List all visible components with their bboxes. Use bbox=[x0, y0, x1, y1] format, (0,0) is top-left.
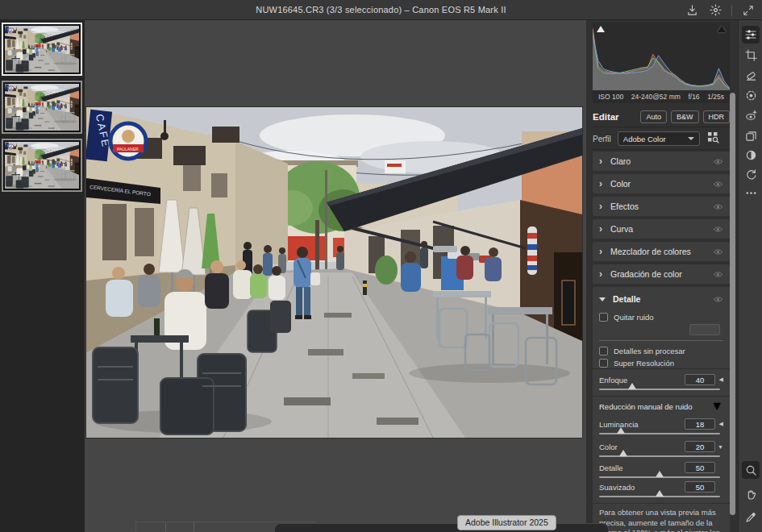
section-label: Efectos bbox=[610, 202, 639, 211]
profile-row: Perfil Adobe Color bbox=[593, 128, 730, 150]
titlebar: NUW16645.CR3 (3/3 seleccionado) – Canon … bbox=[0, 0, 762, 20]
section-gradacion[interactable]: › Gradación de color bbox=[593, 264, 730, 284]
super-resolucion-checkbox[interactable] bbox=[599, 359, 608, 368]
shadow-clipping-icon[interactable] bbox=[597, 26, 605, 32]
detalle-nr-value-field[interactable]: 50 bbox=[685, 462, 715, 473]
panel-scrollbar[interactable] bbox=[730, 93, 735, 515]
eye-icon[interactable] bbox=[713, 267, 723, 281]
auto-button[interactable]: Auto bbox=[640, 110, 667, 123]
zoom-tool-icon[interactable] bbox=[742, 461, 760, 479]
hdr-button[interactable]: HDR bbox=[703, 110, 731, 123]
versions-tool-icon[interactable] bbox=[742, 165, 760, 183]
crop-tool-icon[interactable] bbox=[742, 46, 760, 64]
detalle-nr-slider[interactable] bbox=[599, 476, 720, 478]
eye-icon[interactable] bbox=[713, 177, 723, 191]
quitar-ruido-checkbox[interactable] bbox=[599, 313, 608, 322]
eye-icon[interactable] bbox=[713, 154, 723, 168]
chevron-down-icon bbox=[599, 297, 606, 301]
detalles-sin-procesar-row[interactable]: Detalles sin procesar bbox=[593, 345, 730, 356]
suavizado-slider[interactable] bbox=[599, 496, 720, 497]
chevron-right-icon: › bbox=[599, 202, 602, 211]
photo-preview[interactable] bbox=[86, 107, 582, 438]
section-label: Color bbox=[610, 179, 631, 189]
presets-tool-icon[interactable] bbox=[742, 127, 760, 144]
enfoque-label: Enfoque bbox=[599, 376, 685, 384]
section-color[interactable]: › Color bbox=[593, 174, 730, 193]
section-claro[interactable]: › Claro bbox=[593, 152, 730, 171]
color-nr-slider[interactable] bbox=[599, 455, 720, 457]
section-mezclador[interactable]: › Mezclador de colores bbox=[593, 242, 730, 261]
enfoque-slider[interactable] bbox=[599, 389, 720, 390]
chevron-down-icon bbox=[688, 137, 694, 140]
dock-item[interactable] bbox=[274, 523, 609, 532]
quitar-ruido-row[interactable]: Quitar ruido bbox=[593, 311, 730, 322]
preview-canvas bbox=[85, 20, 586, 532]
exif-shutter: 1/25s bbox=[707, 93, 724, 101]
suavizado-slider-thumb[interactable] bbox=[656, 490, 664, 497]
edit-header-row: Editar Auto B&W HDR bbox=[593, 106, 730, 127]
color-nr-slider-thumb[interactable] bbox=[619, 450, 627, 456]
detalle-title: Detalle bbox=[613, 294, 640, 304]
eye-icon[interactable] bbox=[713, 292, 723, 306]
divider bbox=[599, 340, 723, 341]
bw-button[interactable]: B&W bbox=[671, 110, 699, 123]
window-title: NUW16645.CR3 (3/3 seleccionado) – Canon … bbox=[256, 5, 506, 15]
eye-icon[interactable] bbox=[713, 222, 723, 236]
color-nr-row: Color 20 ▼ bbox=[593, 441, 730, 452]
chevron-right-icon: › bbox=[599, 224, 602, 234]
eye-icon[interactable] bbox=[713, 199, 723, 214]
masking-tool-icon[interactable] bbox=[742, 86, 760, 104]
thumbnail-3[interactable] bbox=[2, 139, 82, 192]
edit-panel: ISO 100 24-240@52 mm f/16 1/25s Editar A… bbox=[586, 20, 738, 532]
section-label: Claro bbox=[610, 156, 631, 166]
eye-icon[interactable] bbox=[713, 244, 723, 259]
white-balance-eyedropper-icon[interactable] bbox=[742, 508, 760, 526]
highlight-clipping-icon[interactable] bbox=[718, 26, 726, 32]
expand-down-icon[interactable]: ▼ bbox=[715, 444, 723, 450]
detalles-sin-procesar-checkbox[interactable] bbox=[599, 347, 608, 355]
red-eye-tool-icon[interactable] bbox=[742, 106, 760, 124]
heal-tool-icon[interactable] bbox=[742, 66, 760, 84]
section-curva[interactable]: › Curva bbox=[593, 219, 730, 239]
expand-down-icon[interactable]: ▼ bbox=[710, 399, 723, 414]
chevron-right-icon: › bbox=[599, 179, 602, 189]
profile-select[interactable]: Adobe Color bbox=[618, 131, 700, 146]
preview-note: Para obtener una vista previa más precis… bbox=[599, 508, 727, 532]
thumbnail-2[interactable] bbox=[2, 81, 82, 134]
enfoque-slider-thumb[interactable] bbox=[628, 383, 636, 389]
exif-aperture: f/16 bbox=[688, 93, 699, 101]
manual-nr-header[interactable]: Reducción manual de ruido ▼ bbox=[593, 401, 730, 412]
download-icon[interactable] bbox=[685, 3, 699, 18]
detalle-nr-slider-thumb[interactable] bbox=[656, 471, 664, 477]
quitar-ruido-amount-field[interactable] bbox=[689, 324, 720, 335]
chevron-right-icon: › bbox=[599, 269, 602, 279]
thumbnail-1[interactable] bbox=[2, 23, 82, 76]
luminancia-value-field[interactable]: 18 bbox=[685, 418, 715, 430]
luminancia-slider-thumb[interactable] bbox=[617, 427, 625, 434]
camera-raw-window: NUW16645.CR3 (3/3 seleccionado) – Canon … bbox=[0, 0, 762, 532]
settings-gear-icon[interactable] bbox=[708, 3, 722, 18]
super-resolucion-row[interactable]: Super Resolución bbox=[593, 357, 730, 368]
detalles-sin-procesar-label: Detalles sin procesar bbox=[614, 347, 685, 355]
enfoque-value-field[interactable]: 40 bbox=[685, 374, 715, 385]
edit-tool-icon[interactable] bbox=[742, 26, 760, 44]
profile-browser-icon[interactable] bbox=[706, 131, 719, 147]
luminancia-slider[interactable] bbox=[599, 433, 720, 434]
section-label: Curva bbox=[610, 224, 633, 234]
section-efectos[interactable]: › Efectos bbox=[593, 197, 730, 216]
fullscreen-icon[interactable] bbox=[741, 3, 756, 18]
more-options-icon[interactable] bbox=[742, 184, 760, 202]
color-nr-value-field[interactable]: 20 bbox=[685, 441, 715, 452]
histogram[interactable]: ISO 100 24-240@52 mm f/16 1/25s bbox=[593, 23, 730, 103]
suavizado-value-field[interactable]: 50 bbox=[685, 481, 715, 493]
divider bbox=[593, 396, 730, 397]
collapse-left-icon[interactable]: ◀ bbox=[715, 376, 723, 383]
chevron-right-icon: › bbox=[599, 156, 602, 166]
collapse-left-icon[interactable]: ◀ bbox=[715, 421, 723, 427]
chevron-right-icon: › bbox=[599, 247, 602, 256]
detalle-header[interactable]: Detalle bbox=[593, 290, 730, 308]
profiles-tool-icon[interactable] bbox=[742, 146, 760, 164]
hand-tool-icon[interactable] bbox=[742, 485, 760, 503]
section-label: Mezclador de colores bbox=[610, 247, 691, 256]
suavizado-label: Suavizado bbox=[599, 483, 685, 492]
